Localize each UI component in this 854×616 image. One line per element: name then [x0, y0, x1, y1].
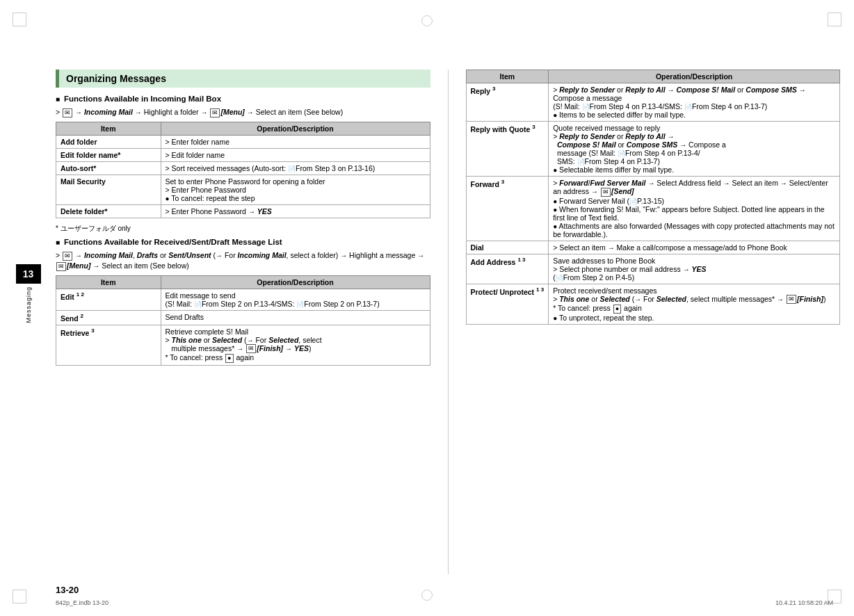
- subsection2-instruction: > ✉ → Incoming Mail, Drafts or Sent/Unse…: [56, 250, 430, 271]
- table-row: Send 2 Send Drafts: [56, 311, 430, 325]
- right-column: Item Operation/Description Reply 3 > Rep…: [466, 70, 841, 574]
- column-divider: [448, 70, 449, 574]
- right-table-col-desc: Operation/Description: [549, 70, 840, 83]
- row-item: Protect/ Unprotect 1 3: [466, 284, 549, 324]
- row-item: Add Address 1 3: [466, 254, 549, 284]
- subsection2-title: Functions Available for Received/Sent/Dr…: [56, 238, 430, 246]
- row-desc: Quote received message to reply > Reply …: [549, 122, 840, 177]
- table-row: Add folder > Enter folder name: [56, 136, 430, 149]
- row-item: Dial: [466, 241, 549, 254]
- mail-icon: ✉: [63, 108, 72, 117]
- table-row: Delete folder* > Enter Phone Password → …: [56, 205, 430, 218]
- row-desc: Send Drafts: [161, 311, 430, 325]
- table-row: Dial > Select an item → Make a call/comp…: [466, 241, 840, 254]
- chapter-tab: 13 Messaging: [13, 264, 44, 323]
- bottom-center-mark: [421, 590, 433, 601]
- table-row: Edit 1 2 Edit message to send (S! Mail: …: [56, 289, 430, 311]
- table-row: Protect/ Unprotect 1 3 Protect received/…: [466, 284, 840, 324]
- subsection1-table: Item Operation/Description Add folder > …: [56, 122, 430, 218]
- chapter-label: Messaging: [25, 286, 32, 323]
- table2-col-item: Item: [56, 276, 161, 289]
- row-item: Reply with Quote 3: [466, 122, 549, 177]
- right-table: Item Operation/Description Reply 3 > Rep…: [466, 70, 841, 325]
- row-desc: > Enter folder name: [161, 136, 430, 149]
- row-item: Auto-sort*: [56, 162, 161, 175]
- row-item: Edit folder name*: [56, 149, 161, 162]
- menu-icon: ✉: [210, 108, 220, 117]
- row-item: Mail Security: [56, 175, 161, 205]
- row-desc: > Select an item → Make a call/compose a…: [549, 241, 840, 254]
- mail-icon2: ✉: [63, 252, 72, 261]
- finish-icon2: ✉: [787, 295, 796, 304]
- table2-col-desc: Operation/Description: [161, 276, 430, 289]
- top-center-mark: [421, 15, 433, 26]
- cancel-btn-icon: ●: [225, 354, 233, 363]
- row-desc: > Reply to Sender or Reply to All → Comp…: [549, 83, 840, 122]
- section-title: Organizing Messages: [66, 73, 424, 84]
- row-item: Reply 3: [466, 83, 549, 122]
- row-desc: Set to enter Phone Password for opening …: [161, 175, 430, 205]
- row-item: Edit 1 2: [56, 289, 161, 311]
- subsection1-note: * ユーザーフォルダ only: [56, 224, 430, 234]
- right-table-col-item: Item: [466, 70, 549, 83]
- row-desc: Save addresses to Phone Book > Select ph…: [549, 254, 840, 284]
- subsection1-instruction: > ✉ → Incoming Mail → Highlight a folder…: [56, 107, 430, 117]
- table-row: Mail Security Set to enter Phone Passwor…: [56, 175, 430, 205]
- table-row: Reply 3 > Reply to Sender or Reply to Al…: [466, 83, 840, 122]
- page-number: 13-20: [56, 585, 79, 595]
- cancel-icon: ●: [613, 305, 621, 314]
- left-column: Organizing Messages Functions Available …: [56, 70, 430, 574]
- corner-mark-tl: [13, 13, 26, 26]
- bottom-right-info: 10.4.21 10:58:20 AM: [775, 599, 833, 606]
- table-row: Reply with Quote 3 Quote received messag…: [466, 122, 840, 177]
- row-desc: > Forward/Fwd Server Mail → Select Addre…: [549, 177, 840, 241]
- row-desc: Retrieve complete S! Mail > This one or …: [161, 325, 430, 365]
- menu-icon2: ✉: [56, 262, 66, 271]
- corner-mark-tr: [828, 13, 841, 26]
- subsection1-title: Functions Available in Incoming Mail Box: [56, 95, 430, 103]
- table1-col-item: Item: [56, 122, 161, 136]
- bottom-left-info: 842p_E.indb 13-20: [56, 599, 108, 606]
- row-desc: > Enter Phone Password → YES: [161, 205, 430, 218]
- send-icon: ✉: [601, 188, 611, 197]
- chapter-number: 13: [16, 264, 41, 284]
- table1-col-desc: Operation/Description: [161, 122, 430, 136]
- main-content: Organizing Messages Functions Available …: [56, 70, 840, 574]
- row-item: Send 2: [56, 311, 161, 325]
- subsection2-table: Item Operation/Description Edit 1 2 Edit…: [56, 275, 430, 366]
- row-item: Delete folder*: [56, 205, 161, 218]
- section-header: Organizing Messages: [56, 70, 430, 88]
- row-item: Retrieve 3: [56, 325, 161, 365]
- table-row: Edit folder name* > Edit folder name: [56, 149, 430, 162]
- row-item: Add folder: [56, 136, 161, 149]
- row-desc: Protect received/sent messages > This on…: [549, 284, 840, 324]
- table-row: Retrieve 3 Retrieve complete S! Mail > T…: [56, 325, 430, 365]
- row-desc: > Sort received messages (Auto-sort: 📄Fr…: [161, 162, 430, 175]
- row-item: Forward 3: [466, 177, 549, 241]
- table-row: Forward 3 > Forward/Fwd Server Mail → Se…: [466, 177, 840, 241]
- row-desc: Edit message to send (S! Mail: 📄From Ste…: [161, 289, 430, 311]
- table-row: Add Address 1 3 Save addresses to Phone …: [466, 254, 840, 284]
- finish-icon: ✉: [246, 344, 256, 353]
- corner-mark-bl: [13, 590, 26, 603]
- row-desc: > Edit folder name: [161, 149, 430, 162]
- table-row: Auto-sort* > Sort received messages (Aut…: [56, 162, 430, 175]
